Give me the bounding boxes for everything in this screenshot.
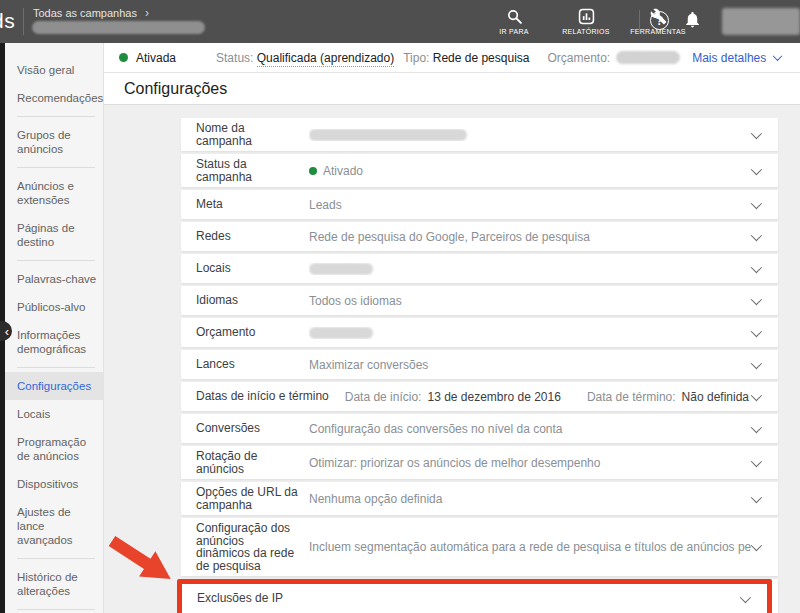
breadcrumb-chevron-icon: › [145,6,149,20]
settings-row-label: Exclusões de IP [197,588,310,609]
sidebar-item-palavras-chave[interactable]: Palavras-chave [5,265,103,293]
red-arrow-annotation [105,529,187,593]
campaign-state-label: Ativada [136,51,176,65]
help-icon: ? [656,14,663,28]
topbar-button-label: RELATÓRIOS [562,28,610,35]
settings-row-redes[interactable]: RedesRede de pesquisa do Google, Parceir… [181,222,778,251]
settings-row-value: Ativado [309,164,751,178]
sidebar-item-informa-es-demogr-ficas[interactable]: Informações demográficas [5,321,103,363]
settings-row-meta[interactable]: MetaLeads [181,190,778,219]
sidebar-divider [17,367,95,368]
breadcrumb[interactable]: Todas as campanhas› [33,6,149,20]
settings-rows-card: Nome da campanhaStatus da campanhaAtivad… [181,118,778,613]
settings-row-rota-o-de-an-ncios[interactable]: Rotação de anúnciosOtimizar: priorizar o… [181,446,778,479]
more-details-label: Mais detalhes [692,51,766,65]
chevron-down-icon [740,591,751,602]
settings-row-idiomas[interactable]: IdiomasTodos os idiomas [181,286,778,315]
highlighted-row-background: Exclusões de IP [181,579,778,613]
sidebar-item-vis-o-geral[interactable]: Visão geral [5,56,103,84]
redacted-value [309,327,373,339]
value-text: Todos os idiomas [309,294,402,308]
status-key: Status: [216,51,253,65]
sidebar-item-an-ncios-e-extens-es[interactable]: Anúncios e extensões [5,172,103,214]
budget-pair: Orçamento: [547,51,680,65]
chevron-down-icon [751,229,762,240]
sidebar-item-hist-rico-de-altera-es[interactable]: Histórico de alterações [5,563,103,605]
settings-row-value: Otimizar: priorizar os anúncios de melho… [309,456,751,470]
sidebar-item-dispositivos[interactable]: Dispositivos [5,470,103,498]
topbar-divider [23,8,24,35]
settings-row-convers-es[interactable]: ConversõesConfiguração das conversões no… [181,414,778,443]
value-text: Nenhuma opção definida [309,492,442,506]
sidebar-divider [17,558,95,559]
account-info-redacted[interactable] [722,8,800,35]
sidebar-item-recomenda-es[interactable]: Recomendações [5,84,103,112]
topbar-button-relatórios[interactable]: RELATÓRIOS [558,8,614,35]
settings-row-value: Configuração das conversões no nível da … [309,422,751,436]
settings-row-exclus-es-de-ip[interactable]: Exclusões de IP [182,584,767,613]
settings-row-label: Nome da campanha [196,118,309,151]
chevron-down-icon [751,540,762,551]
value-text: Leads [309,198,342,212]
sidebar-item-p-blicos-alvo[interactable]: Públicos-alvo [5,293,103,321]
settings-row-value: Rede de pesquisa do Google, Parceiros de… [309,230,751,244]
type-pair: Tipo: Rede de pesquisa [403,51,529,65]
settings-row-label: Meta [196,194,309,215]
sidebar-item-locais[interactable]: Locais [5,400,103,428]
main-content: Ativada Status: Qualificada (aprendizado… [104,43,800,613]
value-key: Data de término: [587,390,676,404]
chevron-down-icon [773,51,783,61]
sidebar-divider [17,116,95,117]
chevron-down-icon [751,293,762,304]
settings-row-label: Datas de início e término [196,386,337,407]
chevron-down-icon [751,127,762,138]
settings-row-value [309,263,751,275]
top-app-bar: ds Todas as campanhas› IR PARARELATÓRIOS… [0,0,800,43]
settings-row-label: Orçamento [196,322,309,343]
redacted-value [309,263,373,275]
topbar-button-ir-para[interactable]: IR PARA [486,8,542,35]
settings-row-value [309,129,751,141]
sidebar-item-configura-es[interactable]: Configurações [5,372,103,400]
settings-row-status-da-campanha[interactable]: Status da campanhaAtivado [181,154,778,187]
help-button[interactable]: ? [650,11,669,30]
settings-row-value: Todos os idiomas [309,294,751,308]
settings-row-label: Status da campanha [196,154,309,187]
chevron-down-icon [751,261,762,272]
sidebar-item-p-ginas-de-destino[interactable]: Páginas de destino [5,214,103,256]
type-key: Tipo: [403,51,429,65]
status-value: Qualificada (aprendizado) [257,51,394,67]
sidebar-item-ajustes-de-lance-avan-ados[interactable]: Ajustes de lance avançados [5,498,103,554]
campaign-status-bar: Ativada Status: Qualificada (aprendizado… [104,43,800,73]
topbar-button-label: IR PARA [499,28,529,35]
settings-row-value: Leads [309,198,751,212]
sidebar-divider [17,260,95,261]
notifications-bell-icon[interactable] [683,10,702,29]
settings-row-lances[interactable]: LancesMaximizar conversões [181,350,778,379]
settings-row-or-amento[interactable]: Orçamento [181,318,778,347]
settings-row-label: Redes [196,226,309,247]
chevron-down-icon [751,389,762,400]
settings-row-label: Locais [196,258,309,279]
settings-row-label: Configuração dos anúncios dinâmicos da r… [196,518,309,576]
settings-row-label: Rotação de anúncios [196,446,309,479]
bar-chart-icon [578,8,595,25]
value-text: Maximizar conversões [309,358,428,372]
sidebar-item-programa-o-de-an-ncios[interactable]: Programação de anúncios [5,428,103,470]
settings-row-locais[interactable]: Locais [181,254,778,283]
settings-row-datas-de-in-cio-e-t-rmino[interactable]: Datas de início e términoData de início:… [181,382,778,411]
status-pair[interactable]: Status: Qualificada (aprendizado) [216,51,394,65]
red-highlight-box: Exclusões de IP [177,579,772,613]
settings-row-configura-o-dos-an-ncios-din-micos-da-rede-de-pesquisa[interactable]: Configuração dos anúncios dinâmicos da r… [181,518,778,576]
sidebar-item-grupos-de-an-ncios[interactable]: Grupos de anúncios [5,121,103,163]
campaign-state: Ativada [119,51,176,65]
settings-row-op-es-de-url-da-campanha[interactable]: Opções de URL da campanhaNenhuma opção d… [181,482,778,515]
value-text: Rede de pesquisa do Google, Parceiros de… [309,230,590,244]
page-title: Configurações [124,80,227,98]
more-details-link[interactable]: Mais detalhes [692,51,781,65]
value-text: Ativado [323,164,363,178]
settings-row-nome-da-campanha[interactable]: Nome da campanha [181,118,778,151]
settings-row-value: Data de início:13 de dezembro de 2016Dat… [345,390,751,404]
chevron-down-icon [751,421,762,432]
chevron-left-icon: ‹ [5,324,9,339]
